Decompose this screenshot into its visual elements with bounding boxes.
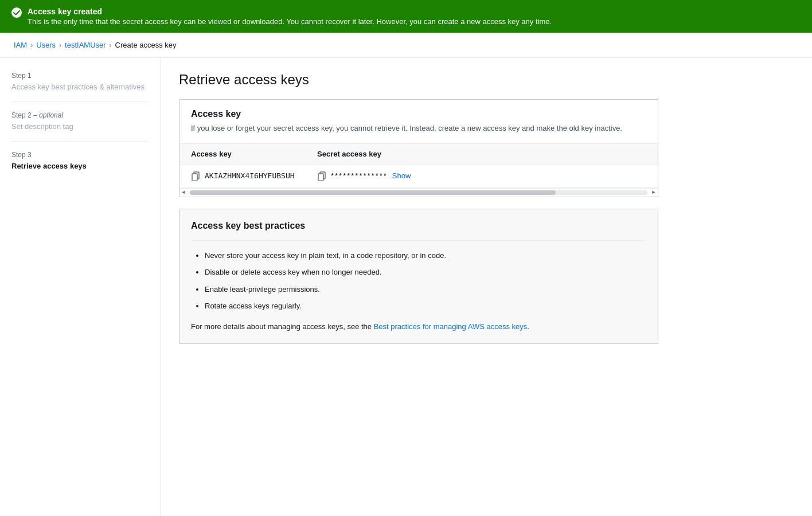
banner-title: Access key created [28, 7, 552, 16]
step-1-item: Step 1 Access key best practices & alter… [11, 72, 149, 92]
col-header-secret-key: Secret access key [306, 144, 432, 164]
step-2-item: Step 2 – optional Set description tag [11, 111, 149, 132]
breadcrumb: IAM › Users › testIAMUser › Create acces… [0, 33, 812, 58]
access-key-value: AKIAZHMNX4I6HYFUBSUH [205, 171, 295, 180]
access-key-card: Access key If you lose or forget your se… [179, 99, 658, 197]
main-layout: Step 1 Access key best practices & alter… [0, 58, 812, 516]
content-area: Retrieve access keys Access key If you l… [161, 58, 677, 516]
best-practices-footer-text: For more details about managing access k… [191, 322, 374, 331]
step-3-label: Step 3 [11, 151, 149, 159]
secret-key-col: ************** Show [317, 171, 443, 181]
best-practice-item-2: Disable or delete access key when no lon… [205, 267, 646, 278]
scroll-left-icon[interactable]: ◄ [179, 189, 188, 196]
access-key-card-desc: If you lose or forget your secret access… [191, 123, 646, 134]
breadcrumb-iam[interactable]: IAM [14, 41, 27, 49]
separator-2: › [59, 41, 61, 49]
best-practice-item-1: Never store your access key in plain tex… [205, 250, 646, 261]
step-divider-1 [11, 101, 149, 102]
best-practices-footer: For more details about managing access k… [191, 321, 646, 333]
banner-content: Access key created This is the only time… [28, 7, 552, 26]
step-3-item: Step 3 Retrieve access keys [11, 151, 149, 171]
step-2-label: Step 2 – optional [11, 111, 149, 119]
step-2-title: Set description tag [11, 122, 149, 132]
best-practices-card: Access key best practices Never store yo… [179, 209, 658, 345]
step-1-label: Step 1 [11, 72, 149, 80]
banner-description: This is the only time that the secret ac… [28, 17, 552, 26]
copy-access-key-icon[interactable] [191, 171, 200, 181]
svg-point-0 [11, 7, 22, 18]
step-3-title: Retrieve access keys [11, 161, 149, 171]
step-divider-2 [11, 141, 149, 142]
secret-key-masked: ************** [331, 171, 388, 180]
scroll-right-icon[interactable]: ► [650, 189, 658, 196]
page-title: Retrieve access keys [179, 72, 658, 88]
breadcrumb-users[interactable]: Users [36, 41, 56, 49]
sidebar: Step 1 Access key best practices & alter… [0, 58, 161, 516]
svg-rect-4 [318, 174, 323, 181]
best-practices-title: Access key best practices [191, 221, 646, 231]
separator-1: › [30, 41, 33, 49]
access-key-card-header: Access key If you lose or forget your se… [179, 100, 658, 144]
copy-secret-key-icon[interactable] [317, 171, 326, 181]
key-table-header: Access key Secret access key [179, 144, 658, 165]
best-practices-divider [191, 240, 646, 241]
table-scroll-container: ◄ ► [179, 188, 658, 197]
svg-rect-2 [192, 174, 197, 181]
best-practices-link[interactable]: Best practices for managing AWS access k… [374, 322, 528, 331]
key-table-row: AKIAZHMNX4I6HYFUBSUH ************** Show [179, 165, 658, 188]
breadcrumb-user[interactable]: testIAMUser [65, 41, 106, 49]
step-1-title: Access key best practices & alternatives [11, 82, 149, 92]
access-key-col: AKIAZHMNX4I6HYFUBSUH [191, 171, 317, 181]
best-practice-item-4: Rotate access keys regularly. [205, 300, 646, 312]
best-practices-footer-suffix: . [527, 322, 529, 331]
col-header-access-key: Access key [179, 144, 306, 164]
show-secret-key-button[interactable]: Show [392, 171, 411, 180]
check-icon [11, 7, 22, 18]
best-practices-list: Never store your access key in plain tex… [191, 250, 646, 312]
breadcrumb-current: Create access key [115, 41, 177, 49]
separator-3: › [110, 41, 112, 49]
access-key-card-title: Access key [191, 109, 646, 119]
success-banner: Access key created This is the only time… [0, 0, 812, 33]
best-practice-item-3: Enable least-privilege permissions. [205, 284, 646, 295]
